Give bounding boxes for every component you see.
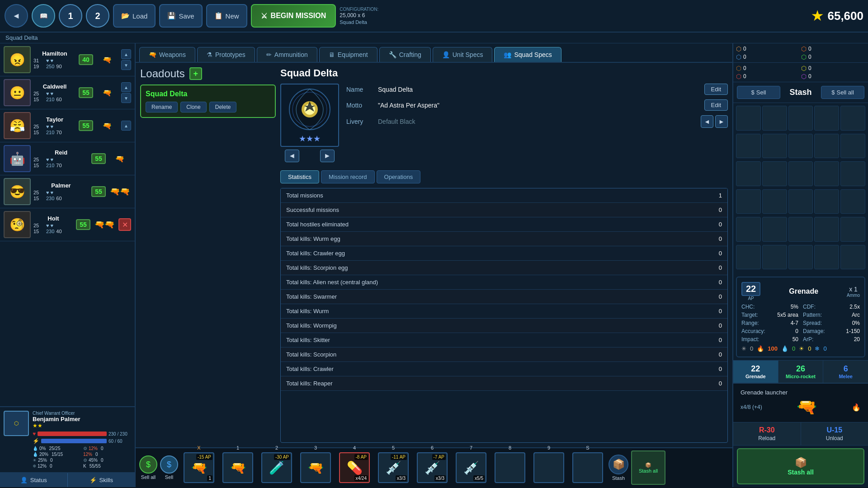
stash-cell[interactable]	[814, 134, 839, 159]
stash-cell[interactable]	[840, 245, 865, 270]
add-loadout-button[interactable]: +	[189, 67, 202, 80]
unit-row[interactable]: 🤖 Reid 25 ♥ ♥ 15 210 70	[0, 142, 135, 175]
stash-cell[interactable]	[762, 106, 787, 131]
stash-cell[interactable]	[736, 134, 761, 159]
reload-button[interactable]: R-30 Reload	[733, 422, 801, 445]
arrow-up-button[interactable]: ▲	[121, 121, 131, 131]
edit-motto-button[interactable]: Edit	[704, 99, 728, 111]
loadout-item[interactable]: Squad Delta Rename Clone Delete	[140, 84, 276, 118]
item-slot[interactable]	[533, 452, 564, 483]
arrow-down-button[interactable]: ▼	[121, 60, 131, 70]
bottom-slot-2[interactable]: 2 🧪 -30 AP	[259, 452, 295, 483]
stash-cell[interactable]	[840, 134, 865, 159]
emblem-next-button[interactable]: ►	[320, 150, 335, 162]
item-slot[interactable]: 🧪 -30 AP	[261, 452, 292, 483]
tab-prototypes[interactable]: ⚗ Prototypes	[197, 47, 255, 62]
item-slot[interactable]: 🔫	[222, 452, 253, 483]
stash-all-bottom-button[interactable]: 📦 Stash all	[737, 448, 864, 484]
item-slot[interactable]: 💊 -8 AP x4/24	[339, 452, 370, 483]
unit-row[interactable]: 😠 Hamilton 31 ♥ ♥ 19 250 90	[0, 43, 135, 76]
tab-grenade[interactable]: 22 Grenade	[733, 361, 778, 383]
stash-cell[interactable]	[736, 106, 761, 131]
item-slot[interactable]: 💉 x5/5	[456, 452, 486, 483]
page-2-button[interactable]: 2	[86, 4, 109, 28]
unit-row[interactable]: 🧐 Holt 25 ♥ ♥ 15 230 40	[0, 208, 135, 241]
tab-micro-rocket[interactable]: 26 Micro-rocket	[778, 361, 824, 383]
tab-mission-record[interactable]: Mission record	[321, 170, 375, 183]
stash-cell[interactable]	[814, 217, 839, 242]
stash-cell[interactable]	[788, 161, 813, 186]
tab-weapons[interactable]: 🔫 Weapons	[139, 47, 195, 62]
stash-cell[interactable]	[736, 245, 761, 270]
right-sell-all-button[interactable]: $ Sell all	[821, 86, 864, 99]
stash-cell[interactable]	[736, 189, 761, 214]
clone-loadout-button[interactable]: Clone	[180, 102, 206, 113]
item-slot[interactable]	[495, 452, 525, 483]
back-button[interactable]: ◄	[5, 4, 28, 28]
bottom-slot-6[interactable]: 6 💉 -7 AP x3/3	[414, 452, 450, 483]
stash-cell[interactable]	[762, 189, 787, 214]
stash-cell[interactable]	[762, 217, 787, 242]
stash-cell[interactable]	[840, 106, 865, 131]
item-slot[interactable]: 💉 -7 AP x3/3	[417, 452, 448, 483]
bottom-slot-5[interactable]: 5 💉 -11 AP x3/3	[375, 452, 411, 483]
bottom-slot-9[interactable]: 9	[531, 452, 567, 483]
stash-cell[interactable]	[814, 106, 839, 131]
tab-ammunition[interactable]: ✏ Ammunition	[257, 47, 317, 62]
bottom-slot-1[interactable]: 1 🔫	[220, 452, 256, 483]
bottom-slot-8[interactable]: 8	[492, 452, 528, 483]
stash-cell[interactable]	[762, 161, 787, 186]
rename-loadout-button[interactable]: Rename	[146, 102, 178, 113]
tab-unit-specs[interactable]: 👤 Unit Specs	[433, 47, 493, 62]
tab-squad-specs[interactable]: 👥 Squad Specs	[494, 47, 561, 62]
stash-cell[interactable]	[788, 189, 813, 214]
skills-button[interactable]: ⚡ Skills	[68, 473, 135, 487]
right-sell-button[interactable]: $ Sell	[737, 86, 780, 99]
stash-button[interactable]: 📦 Stash	[609, 455, 628, 481]
begin-mission-button[interactable]: ⚔ BEGIN MISSION	[251, 4, 336, 28]
manual-button[interactable]: 📖	[32, 4, 55, 28]
stash-cell[interactable]	[814, 189, 839, 214]
bottom-slot-s[interactable]: S	[570, 452, 606, 483]
unload-button[interactable]: U-15 Unload	[801, 422, 868, 445]
tab-equipment[interactable]: 🖥 Equipment	[319, 47, 377, 62]
tab-statistics[interactable]: Statistics	[280, 170, 319, 183]
arrow-up-button[interactable]: ▲	[121, 82, 131, 92]
unit-row[interactable]: 😎 Palmer 25 ♥ ♥ 15 230 60	[0, 175, 135, 208]
edit-name-button[interactable]: Edit	[704, 84, 728, 95]
load-button[interactable]: 📂 Load	[113, 4, 156, 28]
stash-cell[interactable]	[762, 134, 787, 159]
save-button[interactable]: 💾 Save	[159, 4, 202, 28]
tab-melee[interactable]: 6 Melee	[823, 361, 868, 383]
new-button[interactable]: 📋 New	[206, 4, 247, 28]
stash-cell[interactable]	[736, 217, 761, 242]
sell-button[interactable]: $ Sell	[160, 455, 178, 480]
stash-cell[interactable]	[788, 217, 813, 242]
bottom-slot-7[interactable]: 7 💉 x5/5	[453, 452, 489, 483]
tab-crafting[interactable]: 🔧 Crafting	[379, 47, 431, 62]
item-slot[interactable]	[572, 452, 603, 483]
status-button[interactable]: 👤 Status	[0, 473, 68, 487]
stash-cell[interactable]	[840, 189, 865, 214]
stash-cell[interactable]	[814, 245, 839, 270]
delete-loadout-button[interactable]: Delete	[209, 102, 237, 113]
item-slot[interactable]: 🔫	[300, 452, 331, 483]
bottom-slot-0[interactable]: X 🔫 -15 AP 1	[181, 452, 217, 483]
delete-unit-button[interactable]: ✕	[118, 218, 131, 231]
arrow-up-button[interactable]: ▲	[121, 49, 131, 59]
emblem-prev-button[interactable]: ◄	[285, 150, 299, 162]
stash-cell[interactable]	[788, 245, 813, 270]
stash-cell[interactable]	[814, 161, 839, 186]
bottom-slot-3[interactable]: 3 🔫	[297, 452, 334, 483]
stash-cell[interactable]	[762, 245, 787, 270]
stash-cell[interactable]	[788, 106, 813, 131]
livery-next-button[interactable]: ►	[715, 115, 728, 128]
stash-cell[interactable]	[840, 161, 865, 186]
stash-all-button[interactable]: 📦 Stash all	[631, 450, 665, 485]
bottom-slot-4[interactable]: 4 💊 -8 AP x4/24	[336, 452, 373, 483]
stash-cell[interactable]	[788, 134, 813, 159]
unit-row[interactable]: 😤 Taylor 25 ♥ ♥ 15 210 70	[0, 109, 135, 142]
page-1-button[interactable]: 1	[59, 4, 82, 28]
stash-cell[interactable]	[840, 217, 865, 242]
livery-prev-button[interactable]: ◄	[701, 115, 713, 128]
